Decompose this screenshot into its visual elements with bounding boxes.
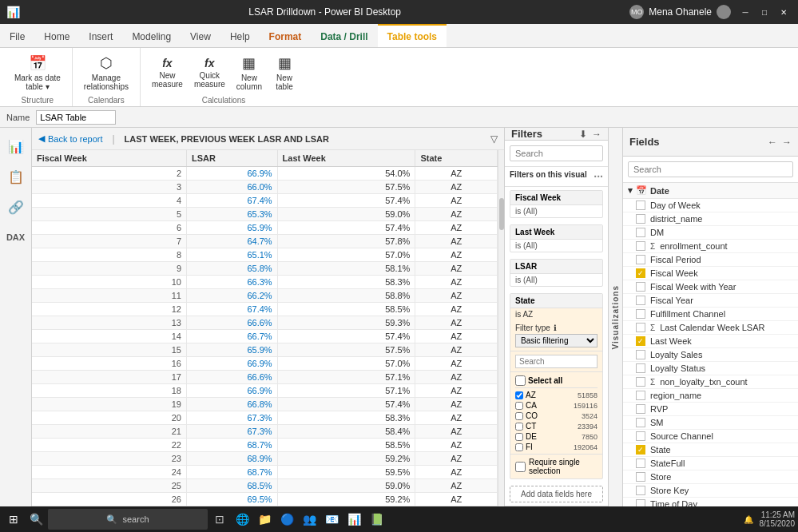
field-fulfillment-channel[interactable]: Fulfillment Channel <box>623 308 798 321</box>
fields-expand-icon[interactable]: → <box>782 137 792 148</box>
edge-icon[interactable]: 🌐 <box>232 509 252 530</box>
model-view-icon[interactable]: 🔗 <box>4 195 28 219</box>
filter-card-fw-header[interactable]: Fiscal Week <box>510 191 602 205</box>
field-enrollment-count[interactable]: Σ enrollment_count <box>623 240 798 253</box>
vertical-scrollbar[interactable] <box>498 150 504 506</box>
field-source-channel[interactable]: Source Channel <box>623 430 798 443</box>
field-store[interactable]: Store <box>623 470 798 484</box>
tab-insert[interactable]: Insert <box>79 24 122 47</box>
filter-option-fi-left: FI <box>515 443 533 451</box>
field-time-of-day[interactable]: Time of Day <box>623 498 798 506</box>
scroll-thumb[interactable] <box>499 198 504 230</box>
filter-option-ct-checkbox[interactable] <box>515 423 523 431</box>
fields-panel: Fields ← → ▾ 📅 Date Day of Week district… <box>622 128 798 506</box>
new-measure-label: Newmeasure <box>152 71 183 89</box>
maximize-button[interactable]: □ <box>756 4 772 20</box>
field-rvp[interactable]: RVP <box>623 403 798 416</box>
filter-option-de-checkbox[interactable] <box>515 433 523 441</box>
field-loyalty-sales[interactable]: Loyalty Sales <box>623 348 798 362</box>
tab-modeling[interactable]: Modeling <box>122 24 181 47</box>
data-view-icon[interactable]: 📋 <box>4 165 28 189</box>
require-single-checkbox[interactable] <box>515 462 526 472</box>
filter-card-state-header[interactable]: State <box>510 294 602 308</box>
tab-help[interactable]: Help <box>220 24 260 47</box>
tab-data-drill[interactable]: Data / Drill <box>311 24 377 47</box>
field-fiscal-period[interactable]: Fiscal Period <box>623 253 798 267</box>
filters-expand-icon[interactable]: → <box>592 129 601 140</box>
chrome-icon[interactable]: 🔵 <box>276 509 297 530</box>
new-table-button[interactable]: ▦ Newtable <box>268 51 300 94</box>
filter-options-search-input[interactable] <box>515 355 598 368</box>
filter-card-lw-header[interactable]: Last Week <box>510 225 602 240</box>
field-group-date[interactable]: ▾ 📅 Date <box>623 183 798 199</box>
filters-collapse-icon[interactable]: ⬇ <box>579 129 587 140</box>
taskbar-search-box[interactable]: 🔍 search <box>48 509 208 530</box>
tab-view[interactable]: View <box>181 24 220 47</box>
field-district-name[interactable]: district_name <box>623 212 798 226</box>
select-all-checkbox[interactable] <box>515 375 526 386</box>
data-table-wrapper[interactable]: Fiscal Week LSAR Last Week State 2 66.9%… <box>32 150 498 506</box>
explorer-icon[interactable]: 📁 <box>254 509 275 530</box>
field-fiscal-week-year[interactable]: Fiscal Week with Year <box>623 280 798 294</box>
ribbon-buttons-structure: 📅 Mark as datetable ▾ <box>10 51 66 94</box>
tab-file[interactable]: File <box>0 24 34 47</box>
filter-option-az-checkbox[interactable] <box>515 391 523 399</box>
report-view-icon[interactable]: 📊 <box>4 134 28 158</box>
filters-on-visual-menu[interactable]: ··· <box>594 170 603 183</box>
tab-format[interactable]: Format <box>260 24 312 47</box>
outlook-icon[interactable]: 📧 <box>321 509 342 530</box>
add-data-btn-1[interactable]: Add data fields here <box>510 486 603 502</box>
cell-lsar: 66.9% <box>187 384 278 398</box>
back-to-report-link[interactable]: ◀ Back to report <box>38 133 102 144</box>
dax-icon[interactable]: DAX <box>4 225 28 249</box>
fields-collapse-icon[interactable]: ← <box>768 137 777 148</box>
teams-icon[interactable]: 👥 <box>299 509 320 530</box>
field-store-key[interactable]: Store Key <box>623 484 798 498</box>
filter-type-select[interactable]: Basic filtering <box>515 334 598 347</box>
field-sm-check <box>636 418 645 427</box>
field-non-loyalty[interactable]: Σ non_loyalty_txn_count <box>623 375 798 389</box>
mark-as-date-button[interactable]: 📅 Mark as datetable ▾ <box>10 51 66 94</box>
field-lstatus-check <box>636 363 645 373</box>
name-input[interactable] <box>36 110 116 125</box>
field-day-of-week[interactable]: Day of Week <box>623 199 798 212</box>
new-column-button[interactable]: ▦ Newcolumn <box>232 51 267 94</box>
filter-option-co-checkbox[interactable] <box>515 412 523 420</box>
excel-icon[interactable]: 📗 <box>366 509 387 530</box>
field-last-cal-week[interactable]: Σ Last Calendar Week LSAR <box>623 321 798 335</box>
notification-icon[interactable]: 🔔 <box>744 515 753 524</box>
field-fiscal-week[interactable]: ✓ Fiscal Week <box>623 267 798 280</box>
manage-relationships-button[interactable]: ⬡ Managerelationships <box>79 51 133 94</box>
filters-search-section <box>505 141 608 167</box>
field-last-week[interactable]: ✓ Last Week <box>623 335 798 348</box>
filter-card-last-week: Last Week is (All) <box>510 224 603 252</box>
filter-card-lsar-header[interactable]: LSAR <box>510 260 602 274</box>
field-statefull[interactable]: StateFull <box>623 457 798 470</box>
filter-option-fi-checkbox[interactable] <box>515 443 523 451</box>
search-taskbar-icon[interactable]: 🔍 <box>26 509 46 530</box>
field-sm[interactable]: SM <box>623 416 798 430</box>
powerbi-icon[interactable]: 📊 <box>343 509 364 530</box>
filter-option-ca-checkbox[interactable] <box>515 402 523 410</box>
tab-home[interactable]: Home <box>34 24 79 47</box>
field-dm[interactable]: DM <box>623 226 798 240</box>
windows-icon[interactable]: ⊞ <box>3 509 24 530</box>
filter-icon[interactable]: ▽ <box>490 133 498 145</box>
tab-table-tools[interactable]: Table tools <box>378 24 447 47</box>
field-dm-check <box>636 228 645 237</box>
task-view-icon[interactable]: ⊡ <box>209 509 230 530</box>
filters-search-input[interactable] <box>510 145 603 161</box>
minimize-button[interactable]: ─ <box>737 4 753 20</box>
field-state[interactable]: ✓ State <box>623 443 798 457</box>
filter-option-de-label: DE <box>526 432 537 441</box>
data-area: ◀ Back to report | LAST WEEK, PREVIOUS W… <box>32 128 504 506</box>
cell-lsar: 65.8% <box>187 262 278 276</box>
field-fw-check: ✓ <box>636 268 645 278</box>
new-measure-button[interactable]: fx Newmeasure <box>147 54 188 92</box>
fields-search-input[interactable] <box>628 161 793 177</box>
field-loyalty-status[interactable]: Loyalty Status <box>623 362 798 375</box>
field-region-name[interactable]: region_name <box>623 389 798 403</box>
field-fiscal-year[interactable]: Fiscal Year <box>623 294 798 308</box>
close-button[interactable]: ✕ <box>776 4 792 20</box>
quick-measure-button[interactable]: fx Quickmeasure <box>189 54 230 92</box>
